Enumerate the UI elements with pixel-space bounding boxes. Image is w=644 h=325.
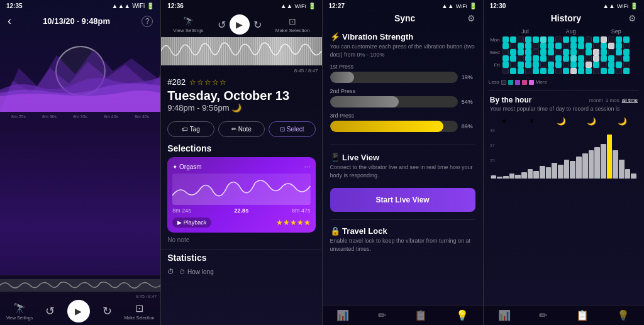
moon-display: [0, 30, 160, 112]
divider-4: [489, 90, 639, 91]
playback-button[interactable]: ▶ Playback: [172, 218, 211, 228]
rewind-btn[interactable]: ↺: [45, 304, 55, 318]
bar-17: [594, 147, 600, 179]
legend-less-label: Less: [489, 79, 499, 85]
bar-6: [528, 169, 533, 179]
nav-items-1: 🔭 View Settings ↺ ▶ ↻ ⊡ Make Selection: [0, 300, 160, 322]
selection-icon-2: ⊡: [289, 16, 296, 26]
session-date: Tuesday, October 13: [167, 88, 315, 103]
vibration-title: ⚡ Vibration Strength: [330, 32, 475, 41]
forward-btn[interactable]: ↻: [103, 304, 112, 318]
calendar-icon-4[interactable]: 📋: [576, 309, 589, 321]
press1-pct: 19%: [462, 74, 475, 80]
by-hour-header: By the hour month 3 mos all time: [490, 96, 638, 104]
lightbulb-icon-4[interactable]: 💡: [617, 309, 630, 321]
cal-row-wed: Wed: [489, 49, 639, 55]
session-stars: ☆☆☆☆☆: [189, 78, 227, 87]
press3-fill: [330, 121, 444, 132]
moon-icon-3: 🌙: [618, 117, 627, 126]
back-button-1[interactable]: ‹: [8, 14, 11, 28]
make-selection-btn-2[interactable]: ⊡ Make Selection: [275, 16, 310, 33]
lightbulb-icon-3[interactable]: 💡: [456, 309, 469, 321]
forward-icon-2[interactable]: ↻: [253, 19, 262, 31]
no-note: No note: [161, 233, 321, 247]
rewind-icon-2[interactable]: ↺: [218, 19, 226, 31]
action-buttons-2: 🏷 Tag ✏ Note ⊡ Select: [161, 121, 321, 137]
note-button[interactable]: ✏ Note: [218, 121, 265, 137]
vibration-desc: You can customize each press of the vibr…: [330, 43, 475, 58]
stat-how-long: ⏱ ⏱ How long: [161, 265, 321, 278]
bottom-nav-1: 8:45 / 8:47 🔭 View Settings ↺ ▶ ↻ ⊡ Make…: [0, 275, 160, 325]
press1-fill: [330, 72, 355, 83]
gear-icon-3[interactable]: ⚙: [467, 13, 475, 23]
calendar-icon-3[interactable]: 📋: [414, 309, 427, 321]
bar-13: [570, 161, 575, 179]
live-view-button[interactable]: Start Live View: [330, 188, 475, 212]
bar-20: [613, 150, 618, 179]
cal-row-sat: [489, 68, 639, 74]
edit-icon-4[interactable]: ✏: [539, 309, 547, 321]
press1-slider-row: 19%: [330, 72, 475, 83]
status-bar-1: 12:35 ▲▲▲ WiFi 🔋: [0, 0, 160, 12]
press3-slider-row: 89%: [330, 121, 475, 132]
selection-menu[interactable]: ···: [304, 162, 310, 171]
gear-icon-4[interactable]: ⚙: [628, 13, 636, 23]
binoculars-icon: 🔭: [13, 302, 26, 314]
travel-lock-desc: Enable travel lock to keep the vibrator …: [330, 237, 475, 253]
session-number: #282: [167, 77, 186, 87]
selection-duration: 8m 24s 22.8s 8m 47s: [172, 207, 310, 214]
make-selection-btn[interactable]: ⊡ Make Selection: [124, 302, 154, 320]
header-title-3: Sync: [394, 13, 415, 23]
press3-label: 3rd Press: [330, 113, 475, 119]
legend-purple: [515, 80, 520, 85]
bar-15: [582, 153, 588, 179]
bar-12: [564, 160, 570, 179]
help-button-1[interactable]: ?: [142, 16, 153, 27]
legend-lavender: [529, 80, 534, 85]
waveform-area-2[interactable]: [161, 37, 321, 65]
timeline-labels: 8m 25s 8m 30s 8m 35s 8m 40s 8m 45s: [0, 113, 160, 120]
hour-icons: ☀ ☀ 🌙 🌙 🌙: [490, 117, 638, 126]
time-2: 12:36: [167, 3, 184, 9]
activity-icon-4[interactable]: 📊: [498, 309, 511, 321]
live-view-section: 📱 Live View Connect to the vibrator live…: [323, 148, 483, 217]
bar-16: [589, 150, 594, 179]
selections-title: Selections: [161, 143, 321, 153]
by-hour-section: By the hour month 3 mos all time Your mo…: [484, 93, 644, 181]
bar-10: [552, 163, 557, 179]
press1-label: 1st Press: [330, 63, 475, 70]
cal-row-thu: [489, 55, 639, 62]
legend-4: Less More: [484, 77, 644, 87]
header-title-4: History: [551, 13, 581, 23]
status-bar-3: 12:27 ▲▲ WiFi 🔋: [323, 0, 483, 12]
bar-21: [619, 160, 625, 179]
status-bar-4: 12:30 ▲▲ WiFi 🔋: [484, 0, 644, 12]
press3-slider[interactable]: [330, 121, 458, 132]
binoculars-icon-2: 🔭: [183, 16, 194, 26]
rating-stars: ★★★★★: [276, 218, 311, 227]
month-headers: Jul Aug Sep: [502, 28, 639, 35]
edit-icon-3[interactable]: ✏: [378, 309, 386, 321]
moon-icon-2: 🌙: [587, 117, 596, 126]
tag-button[interactable]: 🏷 Tag: [167, 121, 214, 137]
header-1: ‹ 10/13/20 · 9:48pm ?: [0, 12, 160, 30]
y-labels: 49 37 25 13: [490, 128, 495, 179]
play-button-2[interactable]: ▶: [230, 14, 250, 35]
press1-slider[interactable]: [330, 72, 458, 83]
top-nav-2: 🔭 View Settings ↺ ▶ ↻ ⊡ Make Selection: [161, 12, 321, 37]
view-settings-btn[interactable]: 🔭 View Settings: [6, 302, 33, 320]
day-label-fri: Fri: [489, 62, 501, 68]
activity-icon-3[interactable]: 📊: [336, 309, 349, 321]
by-hour-title: By the hour: [490, 96, 532, 104]
select-button[interactable]: ⊡ Select: [269, 121, 315, 137]
travel-lock-section: 🔒 Travel Lock Enable travel lock to keep…: [323, 223, 483, 263]
view-settings-btn-2[interactable]: 🔭 View Settings: [173, 16, 203, 33]
playback-controls-2: ↺ ▶ ↻: [218, 14, 262, 35]
day-label-wed: Wed: [489, 50, 501, 55]
header-3: Sync ⚙: [323, 12, 483, 27]
bar-22: [625, 169, 631, 179]
play-button-1[interactable]: ▶: [67, 300, 90, 322]
press2-slider[interactable]: [330, 96, 458, 107]
time-filter: month 3 mos all time: [589, 97, 638, 103]
divider-3a: [330, 145, 475, 145]
